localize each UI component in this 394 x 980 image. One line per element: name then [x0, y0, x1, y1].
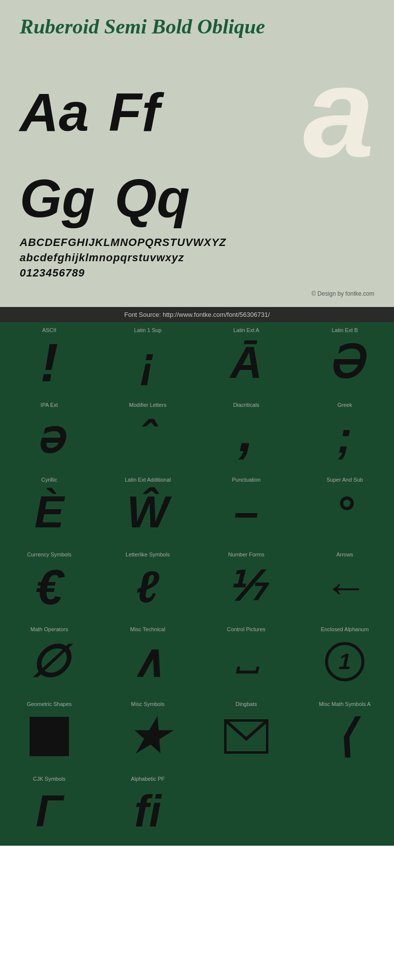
symbol-currency: €	[35, 560, 63, 614]
label-latin1sup: Latin 1 Sup	[101, 327, 195, 333]
top-section: Ruberoid Semi Bold Oblique Aa Ff a Gg Qq…	[0, 0, 394, 307]
block-numberforms: Number Forms ⅐	[197, 547, 296, 621]
specimen-pair-aa: Aa	[20, 85, 89, 139]
symbol-ipaext: ə	[36, 410, 63, 464]
block-latinextadd: Latin Ext Additional Ŵ	[98, 472, 197, 547]
symbol-geoshapes	[30, 717, 69, 756]
symbol-alphabeticpf: ﬁ	[134, 784, 162, 838]
block-superandsub: Super And Sub °	[296, 472, 394, 547]
label-latinextb: Latin Ext B	[298, 327, 392, 333]
label-greek: Greek	[298, 402, 392, 408]
block-ipaext: IPA Ext ə	[0, 397, 98, 472]
block-dingbats: Dingbats	[197, 696, 296, 771]
alphabet-section: ABCDEFGHIJKLMNOPQRSTUVWXYZ abcdefghijklm…	[20, 235, 374, 285]
block-misctech: Misc Technical ∧	[98, 621, 197, 696]
label-dingbats: Dingbats	[199, 701, 293, 707]
symbol-enclosed: 1	[325, 642, 364, 681]
label-numberforms: Number Forms	[199, 551, 293, 557]
label-alphabeticpf: Alphabetic PF	[101, 776, 195, 782]
label-controlpic: Control Pictures	[199, 626, 293, 632]
label-superandsub: Super And Sub	[298, 477, 392, 483]
label-ipaext: IPA Ext	[2, 402, 96, 408]
symbol-diacriticals: ,	[239, 410, 254, 464]
label-letterlike: Letterlike Symbols	[101, 551, 195, 557]
specimen-row-1: Aa Ff a Gg Qq	[20, 48, 374, 225]
block-miscmatha: Misc Math Symbols A ⟨	[296, 696, 394, 771]
block-cyrillic: Cyrillic È	[0, 472, 98, 547]
label-mathops: Math Operators	[2, 626, 96, 632]
symbol-latinexta: Ā	[230, 336, 263, 390]
block-mathops: Math Operators ∅	[0, 621, 98, 696]
label-miscsymbols: Misc Symbols	[101, 701, 195, 707]
label-miscmatha: Misc Math Symbols A	[298, 701, 392, 707]
symbol-letterlike: ℓ	[136, 560, 159, 614]
block-diacriticals: Diacriticals ,	[197, 397, 296, 472]
label-enclosed: Enclosed Alphanum	[298, 626, 392, 632]
font-source-bar: Font Source: http://www.fontke.com/font/…	[0, 307, 394, 322]
label-latinexta: Latin Ext A	[199, 327, 293, 333]
label-punctuation: Punctuation	[199, 477, 293, 483]
symbol-ascii: !	[40, 336, 59, 390]
block-letterlike: Letterlike Symbols ℓ	[98, 547, 197, 621]
symbol-latinextadd: Ŵ	[127, 485, 169, 539]
alphabet-upper: ABCDEFGHIJKLMNOPQRSTUVWXYZ	[20, 235, 374, 250]
label-cjksymbols: CJK Symbols	[2, 776, 96, 782]
block-latinexta: Latin Ext A Ā	[197, 322, 296, 397]
symbol-numberforms: ⅐	[227, 560, 265, 614]
char-grid: ASCII ! Latin 1 Sup ¡ Latin Ext A Ā Lati…	[0, 322, 394, 846]
symbol-cyrillic: È	[34, 485, 64, 539]
symbol-misctech: ∧	[131, 635, 164, 689]
symbol-cjksymbols: Γ	[36, 784, 63, 838]
copyright: © Design by fontke.com	[20, 290, 374, 297]
specimen-pair-gg: Gg	[20, 171, 95, 225]
symbol-superandsub: °	[336, 485, 354, 539]
block-punctuation: Punctuation –	[197, 472, 296, 547]
block-alphabeticpf: Alphabetic PF ﬁ	[98, 771, 197, 846]
block-cjksymbols: CJK Symbols Γ	[0, 771, 98, 846]
block-arrows: Arrows ←	[296, 547, 394, 621]
label-geoshapes: Geometric Shapes	[2, 701, 96, 707]
label-modletters: Modifier Letters	[101, 402, 195, 408]
symbol-greek: ;	[337, 410, 352, 464]
block-ascii: ASCII !	[0, 322, 98, 397]
dark-section: Font Source: http://www.fontke.com/font/…	[0, 307, 394, 846]
block-latinextb: Latin Ext B Ə	[296, 322, 394, 397]
alphabet-lower: abcdefghijklmnopqrstuvwxyz	[20, 250, 374, 266]
block-currency: Currency Symbols €	[0, 547, 98, 621]
symbol-latin1sup: ¡	[140, 336, 155, 390]
label-currency: Currency Symbols	[2, 551, 96, 557]
label-cyrillic: Cyrillic	[2, 477, 96, 483]
specimen-pair-qq: Qq	[115, 171, 190, 225]
block-enclosed: Enclosed Alphanum 1	[296, 621, 394, 696]
block-controlpic: Control Pictures ⎵	[197, 621, 296, 696]
symbol-arrows: ←	[323, 560, 367, 614]
block-geoshapes: Geometric Shapes	[0, 696, 98, 771]
specimen-big-a: a	[303, 48, 374, 176]
symbol-miscmatha: ⟨	[336, 709, 354, 764]
block-greek: Greek ;	[296, 397, 394, 472]
label-latinextadd: Latin Ext Additional	[101, 477, 195, 483]
symbol-controlpic: ⎵	[236, 635, 257, 689]
symbol-dingbats	[224, 719, 268, 754]
symbol-mathops: ∅	[30, 635, 68, 689]
label-arrows: Arrows	[298, 551, 392, 557]
specimen-pair-ff: Ff	[109, 85, 160, 139]
label-misctech: Misc Technical	[101, 626, 195, 632]
digits: 0123456789	[20, 266, 374, 281]
symbol-miscsymbols: ★	[128, 709, 168, 764]
symbol-modletters: ˆ	[140, 410, 155, 464]
block-latin1sup: Latin 1 Sup ¡	[98, 322, 197, 397]
symbol-latinextb: Ə	[328, 336, 362, 390]
font-title: Ruberoid Semi Bold Oblique	[20, 15, 374, 38]
block-modletters: Modifier Letters ˆ	[98, 397, 197, 472]
symbol-punctuation: –	[234, 485, 259, 539]
block-miscsymbols: Misc Symbols ★	[98, 696, 197, 771]
